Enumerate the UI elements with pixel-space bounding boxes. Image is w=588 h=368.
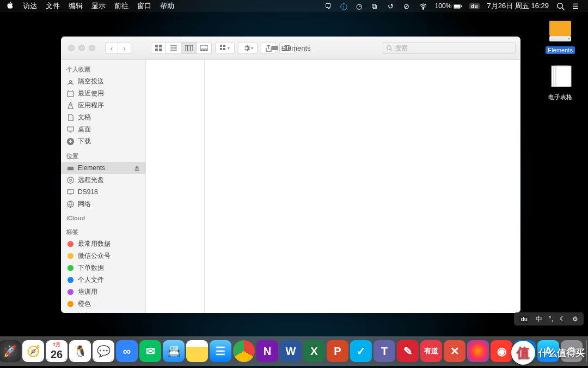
dock-notes[interactable]	[186, 340, 208, 362]
dock-teams[interactable]: T	[373, 340, 395, 362]
sidebar-tag-blue[interactable]: 个人文件	[61, 274, 145, 286]
finder-content-area[interactable]	[146, 60, 520, 313]
apple-menu-icon[interactable]	[7, 2, 14, 11]
svg-rect-3	[461, 5, 462, 7]
sidebar-tag-yellow[interactable]: 微信公众号	[61, 250, 145, 262]
ime-punc-icon[interactable]: °,	[549, 315, 553, 323]
dock-chrome[interactable]	[233, 340, 255, 362]
dock-contacts[interactable]: 📇	[163, 340, 185, 362]
dock-powerpoint[interactable]: P	[327, 340, 348, 362]
notifications-icon[interactable]: ☰	[572, 2, 580, 10]
dock-safari[interactable]: 🧭	[22, 340, 44, 362]
svg-rect-23	[223, 48, 225, 50]
dock-wechat[interactable]: ✉	[139, 340, 161, 362]
desktop-doc-spreadsheet[interactable]: 电子表格	[541, 63, 579, 101]
eject-icon[interactable]	[134, 165, 140, 171]
search-placeholder: 搜索	[395, 44, 408, 53]
timemachine-icon[interactable]: ↺	[388, 2, 396, 10]
watermark-badge: 值	[511, 341, 535, 365]
airplay-icon[interactable]: ⧉	[372, 2, 380, 10]
search-field[interactable]: 搜索	[383, 42, 516, 54]
sidebar-tag-red[interactable]: 最常用数据	[61, 238, 145, 250]
ime-lang[interactable]: 中	[536, 315, 542, 324]
svg-rect-34	[68, 166, 74, 170]
dock-qq[interactable]: 🐧	[69, 340, 91, 362]
desktop-drive-label: Elements	[546, 46, 575, 54]
sidebar-tag-orange[interactable]: 橙色	[61, 298, 145, 310]
nav-forward-button[interactable]: ›	[118, 42, 131, 54]
menu-file[interactable]: 文件	[46, 1, 60, 11]
traffic-lights	[61, 45, 102, 51]
arrange-button[interactable]: ▾	[215, 42, 235, 54]
sidebar-tag-gray[interactable]: 灰色	[61, 310, 145, 313]
menu-bar: 访达 文件 编辑 显示 前往 窗口 帮助 🗨 ⓘ ◷ ⧉ ↺ ⊘ 100% du…	[0, 0, 588, 12]
clock-icon[interactable]: ◷	[356, 2, 364, 10]
dock-excel[interactable]: X	[303, 340, 325, 362]
svg-rect-21	[223, 45, 225, 47]
nav-back-button[interactable]: ‹	[105, 42, 118, 54]
minimize-button[interactable]	[78, 45, 85, 51]
input-method-panel[interactable]: du 中 °, ☾ ⚙	[514, 312, 584, 325]
wechat-status-icon[interactable]: 🗨	[324, 2, 333, 10]
sidebar-network[interactable]: 网络	[61, 198, 145, 210]
sidebar-remote-disc[interactable]: 远程光盘	[61, 174, 145, 186]
dock-youdao[interactable]: 有道	[420, 340, 442, 362]
ime-moon-icon[interactable]: ☾	[560, 315, 566, 323]
svg-rect-10	[556, 66, 571, 87]
menu-view[interactable]: 显示	[91, 1, 106, 11]
maximize-button[interactable]	[89, 45, 95, 51]
svg-point-27	[387, 45, 391, 49]
dock-onenote[interactable]: N	[256, 340, 278, 362]
wifi-icon[interactable]	[419, 2, 427, 10]
sidebar-tag-purple[interactable]: 培训用	[61, 286, 145, 298]
menu-go[interactable]: 前往	[114, 1, 128, 11]
spotlight-icon[interactable]	[556, 2, 565, 10]
svg-point-30	[68, 90, 69, 91]
view-icon-button[interactable]	[151, 42, 166, 54]
sidebar-documents[interactable]: 文稿	[61, 111, 145, 123]
sidebar-applications[interactable]: 应用程序	[61, 99, 145, 111]
menu-edit[interactable]: 编辑	[69, 1, 83, 11]
sidebar-airdrop[interactable]: 隔空投送	[61, 75, 145, 87]
desktop-doc-label: 电子表格	[548, 94, 572, 100]
dock-app1[interactable]: ✎	[397, 340, 419, 362]
dock: O 🚀 🧭 7月26 🐧 💬 ∞ ✉ 📇 ☰ N W X P ✓ T ✎ 有道 …	[0, 336, 588, 366]
sidebar-desktop[interactable]: 桌面	[61, 123, 145, 135]
dock-word[interactable]: W	[280, 340, 302, 362]
dock-xmind[interactable]: ✕	[444, 340, 465, 362]
info-icon[interactable]: ⓘ	[340, 2, 348, 10]
sidebar-downloads[interactable]: 下载	[61, 135, 145, 147]
dock-chat[interactable]: 💬	[93, 340, 114, 362]
battery-indicator[interactable]: 100%	[435, 2, 462, 10]
sidebar-elements-drive[interactable]: Elements	[61, 162, 145, 174]
sidebar-ds918[interactable]: DS918	[61, 186, 145, 198]
ime-gear-icon[interactable]: ⚙	[572, 315, 578, 323]
app-name[interactable]: 访达	[23, 1, 37, 11]
bluetooth-icon[interactable]: ⊘	[403, 2, 412, 10]
svg-point-35	[68, 177, 74, 183]
svg-rect-20	[220, 45, 222, 47]
datetime[interactable]: 7月26日 周五 16:29	[487, 1, 549, 11]
dock-todo[interactable]: ✓	[350, 340, 372, 362]
menu-help[interactable]: 帮助	[160, 1, 174, 11]
dock-calendar[interactable]: 7月26	[46, 340, 68, 362]
sidebar-tag-green[interactable]: 下单数据	[61, 262, 145, 274]
dock-netease[interactable]: ◉	[491, 340, 512, 362]
view-gallery-button[interactable]	[197, 42, 212, 54]
dock-reminders[interactable]: ☰	[210, 340, 231, 362]
action-button[interactable]: ▾	[238, 42, 258, 54]
du-input-icon[interactable]: du	[469, 3, 479, 9]
dock-baidu-disk[interactable]: ∞	[116, 340, 138, 362]
svg-point-28	[70, 80, 72, 82]
dock-photos[interactable]	[467, 340, 489, 362]
finder-titlebar: ‹ › ▾ ▾ Elements 搜索	[61, 37, 520, 60]
view-list-button[interactable]	[166, 42, 181, 54]
sidebar-recents[interactable]: 最近使用	[61, 87, 145, 99]
close-button[interactable]	[68, 45, 75, 51]
svg-rect-37	[68, 189, 74, 194]
dock-launchpad[interactable]: 🚀	[0, 340, 21, 362]
menu-window[interactable]: 窗口	[137, 1, 151, 11]
desktop-drive-elements[interactable]: Elements	[541, 16, 579, 53]
svg-rect-13	[155, 49, 158, 51]
view-column-button[interactable]	[181, 42, 197, 54]
